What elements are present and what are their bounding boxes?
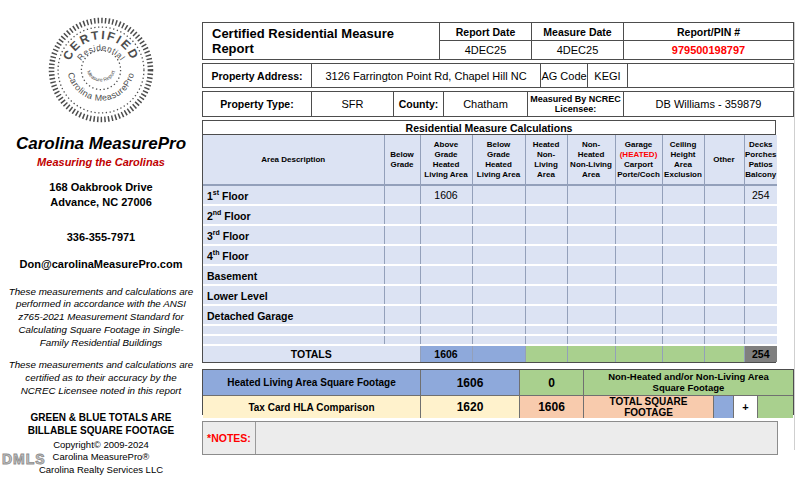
property-type-value: SFR bbox=[312, 92, 394, 116]
table-row-empty bbox=[203, 335, 777, 345]
cell-above-grade: 1606 bbox=[420, 185, 472, 205]
tax-card-value: 1620 bbox=[421, 396, 520, 418]
svg-text:Measure Report: Measure Report bbox=[86, 69, 116, 82]
summary-section: Heated Living Area Square Footage 1606 0… bbox=[202, 369, 794, 415]
billable-note: GREEN & BLUE TOTALS ARE BILLABLE SQUARE … bbox=[14, 411, 188, 437]
col-header-nonheated-nonliving: Non- Heated Non-Living Area bbox=[567, 135, 615, 185]
report-panel: Certified Residential Measure Report Rep… bbox=[202, 22, 794, 455]
notes-section: *NOTES: bbox=[202, 421, 778, 455]
totals-below-grade-hla bbox=[472, 345, 525, 362]
calculations-title: Residential Measure Calculations bbox=[203, 121, 775, 135]
heated-living-value: 1606 bbox=[421, 370, 520, 395]
county-value: Chatham bbox=[444, 92, 528, 116]
col-header-below-grade-hla: Below Grade Heated Living Area bbox=[472, 135, 525, 185]
summary-row-taxcard: Tax Card HLA Comparison 1620 1606 TOTAL … bbox=[203, 396, 793, 414]
ag-code-extra bbox=[628, 64, 793, 87]
cell-above-grade bbox=[420, 205, 472, 225]
cell-above-grade bbox=[420, 245, 472, 265]
ansi-disclaimer: These measurements and calculations are … bbox=[8, 286, 194, 350]
certification-disclaimer: These measurements and calculations are … bbox=[8, 359, 194, 397]
heated-living-label: Heated Living Area Square Footage bbox=[203, 370, 421, 395]
cell-decks bbox=[744, 205, 777, 225]
page-edge-line bbox=[794, 22, 795, 450]
total-sqft-label: TOTAL SQUARE FOOTAGE bbox=[584, 396, 714, 418]
email-address: Don@carolinaMeasurePro.com bbox=[0, 258, 202, 270]
row-label: Detached Garage bbox=[203, 305, 384, 325]
garage-heated-flag: (HEATED) bbox=[620, 150, 658, 159]
report-header-section: Certified Residential Measure Report Rep… bbox=[202, 22, 794, 60]
calculations-section: Residential Measure Calculations Area De… bbox=[202, 120, 776, 363]
table-row-basement: Basement bbox=[203, 265, 777, 285]
row-label: 2nd Floor bbox=[203, 205, 384, 225]
address-line1: 168 Oakbrook Drive bbox=[0, 180, 202, 195]
pin-label: Report/PIN # bbox=[624, 23, 793, 41]
measure-date-value: 4DEC25 bbox=[532, 41, 624, 59]
table-row-2nd-floor: 2nd Floor bbox=[203, 205, 777, 225]
property-type-section: Property Type: SFR County: Chatham Measu… bbox=[202, 91, 794, 117]
cell-above-grade bbox=[420, 285, 472, 305]
table-row-empty bbox=[203, 325, 777, 335]
phone-number: 336-355-7971 bbox=[0, 231, 202, 243]
notes-content[interactable] bbox=[256, 422, 777, 454]
calc-header-row: Area Description Below Grade Above Grade… bbox=[203, 135, 777, 185]
totals-decks: 254 bbox=[744, 345, 777, 362]
certified-seal: CERTIFIED Residential Carolina MeasurePr… bbox=[0, 14, 202, 130]
cell-decks bbox=[744, 245, 777, 265]
cell-decks bbox=[744, 285, 777, 305]
report-date-label: Report Date bbox=[440, 23, 532, 41]
property-address-section: Property Address: 3126 Farrington Point … bbox=[202, 63, 794, 88]
nonliving-value: 0 bbox=[520, 370, 584, 395]
col-header-ceiling-exclusion: Ceiling Height Area Exclusion bbox=[662, 135, 704, 185]
col-header-below-grade: Below Grade bbox=[384, 135, 420, 185]
table-row-1st-floor: 1st Floor 1606 254 bbox=[203, 185, 777, 205]
table-row-4th-floor: 4th Floor bbox=[203, 245, 777, 265]
property-type-label: Property Type: bbox=[203, 92, 312, 116]
report-title: Certified Residential Measure Report bbox=[203, 23, 440, 59]
summary-row-heated: Heated Living Area Square Footage 1606 0… bbox=[203, 370, 793, 396]
expand-button[interactable]: + bbox=[734, 396, 758, 418]
report-date-value: 4DEC25 bbox=[440, 41, 532, 59]
notes-label: *NOTES: bbox=[203, 422, 256, 454]
total-sqft-value: 1606 bbox=[520, 396, 584, 418]
col-header-above-grade-hla: Above Grade Heated Living Area bbox=[420, 135, 472, 185]
row-label: Lower Level bbox=[203, 285, 384, 305]
cell-above-grade bbox=[420, 265, 472, 285]
ag-code-label: AG Code bbox=[541, 64, 588, 87]
tax-card-label: Tax Card HLA Comparison bbox=[203, 396, 421, 418]
ag-code-value: KEGI bbox=[588, 64, 628, 87]
table-row-lower-level: Lower Level bbox=[203, 285, 777, 305]
cell-decks bbox=[744, 265, 777, 285]
col-header-heated-nonliving: Heated Non-Living Area bbox=[525, 135, 567, 185]
county-label: County: bbox=[394, 92, 444, 116]
nonliving-label: Non-Heated and/or Non-Living Area Square… bbox=[584, 370, 793, 395]
col-header-decks: Decks Porches Patios Balcony bbox=[744, 135, 777, 185]
measured-by-label: Measured By NCREC Licensee: bbox=[528, 92, 624, 116]
copyright-line: Copyright© 2009-2024 bbox=[0, 439, 202, 452]
cell-above-grade bbox=[420, 225, 472, 245]
totals-above-grade: 1606 bbox=[420, 345, 472, 362]
summary-blue-spacer bbox=[714, 396, 734, 418]
svg-text:Carolina MeasurePro: Carolina MeasurePro bbox=[66, 71, 136, 103]
sidebar: CERTIFIED Residential Carolina MeasurePr… bbox=[0, 0, 202, 485]
cell-decks bbox=[744, 225, 777, 245]
row-label: 1st Floor bbox=[203, 185, 384, 205]
pin-value: 979500198797 bbox=[624, 41, 793, 59]
dmls-watermark: DMLS bbox=[2, 451, 46, 467]
address-line2: Advance, NC 27006 bbox=[0, 195, 202, 210]
calculations-table: Area Description Below Grade Above Grade… bbox=[203, 135, 777, 362]
cell-above-grade bbox=[420, 305, 472, 325]
seal-icon: CERTIFIED Residential Carolina MeasurePr… bbox=[45, 14, 157, 126]
company-address: 168 Oakbrook Drive Advance, NC 27006 bbox=[0, 180, 202, 210]
measure-date-label: Measure Date bbox=[532, 23, 624, 41]
property-address-label: Property Address: bbox=[203, 64, 312, 87]
totals-row: TOTALS 1606 254 bbox=[203, 345, 777, 362]
property-address-value: 3126 Farrington Point Rd, Chapel Hill NC bbox=[312, 64, 541, 87]
brand-name: Carolina MeasurePro bbox=[0, 134, 202, 154]
brand-tagline: Measuring the Carolinas bbox=[0, 156, 202, 168]
col-header-other: Other bbox=[704, 135, 744, 185]
summary-green-spacer bbox=[758, 396, 793, 418]
cell-decks bbox=[744, 305, 777, 325]
measured-by-value: DB Williams - 359879 bbox=[624, 92, 793, 116]
col-header-area-description: Area Description bbox=[203, 135, 384, 185]
col-header-garage: Garage(HEATED)Carport Porte/Coch bbox=[615, 135, 662, 185]
